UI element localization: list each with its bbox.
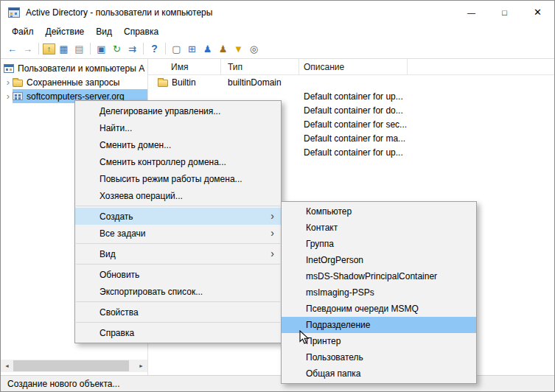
column-header-description[interactable]: Описание (299, 59, 408, 74)
menu-item-label: Сменить контроллер домена... (100, 157, 226, 167)
submenu-item-organizational-unit[interactable]: Подразделение (282, 317, 476, 333)
submenu-item-label: msImaging-PSPs (306, 287, 374, 298)
tree-item-saved-queries[interactable]: › Сохраненные запросы (1, 75, 147, 89)
tree-item-root[interactable]: Пользователи и компьютеры A (1, 61, 147, 75)
list-cell-description: Default container for do... (299, 105, 408, 116)
submenu-arrow-icon: › (270, 210, 274, 222)
window-title: Active Directory - пользователи и компью… (26, 7, 212, 18)
minimize-button[interactable]: — (455, 1, 488, 24)
refresh-icon[interactable]: ↻ (110, 42, 124, 56)
menu-help[interactable]: Справка (118, 25, 164, 38)
menu-item-label: Вид (100, 249, 116, 259)
menu-file[interactable]: Файл (6, 25, 40, 38)
menu-view[interactable]: Вид (90, 25, 118, 38)
submenu-item-group[interactable]: Группа (282, 236, 476, 252)
menu-item-label: Все задачи (100, 228, 146, 239)
list-row-builtin[interactable]: Builtin builtinDomain (148, 75, 554, 89)
menu-bar: Файл Действие Вид Справка (1, 24, 554, 39)
show-console-tree-icon[interactable]: ▦ (57, 42, 71, 56)
chevron-right-icon[interactable]: › (4, 91, 13, 102)
menu-item-find[interactable]: Найти... (75, 119, 281, 136)
submenu-item-computer[interactable]: Компьютер (282, 203, 476, 220)
menu-item-export-list[interactable]: Экспортировать список... (75, 283, 281, 300)
paste-icon[interactable]: ▤ (72, 42, 86, 56)
add-computer-icon[interactable]: ⊞ (185, 42, 199, 56)
column-header-type[interactable]: Тип (221, 59, 299, 74)
submenu-item-msimaging-psps[interactable]: msImaging-PSPs (282, 284, 476, 301)
column-header-filler (408, 59, 554, 74)
console-icon (4, 64, 14, 73)
app-icon (8, 7, 20, 18)
menu-separator (76, 322, 280, 323)
column-header-name[interactable]: Имя (148, 59, 221, 74)
horizontal-scrollbar[interactable]: ◄ ► (1, 360, 147, 372)
scroll-left-icon[interactable]: ◄ (1, 360, 13, 372)
list-cell-description: Default container for up... (299, 147, 408, 158)
status-text: Создание нового объекта... (7, 379, 120, 389)
menu-item-label: Экспортировать список... (100, 287, 203, 297)
list-cell-type: builtinDomain (221, 77, 299, 88)
mouse-cursor (299, 330, 310, 345)
submenu-item-printer[interactable]: Принтер (282, 333, 476, 349)
title-bar: Active Directory - пользователи и компью… (1, 1, 554, 24)
menu-separator (76, 264, 280, 265)
menu-item-delegate-control[interactable]: Делегирование управления... (75, 102, 281, 119)
up-level-icon[interactable]: ↑ (43, 43, 55, 55)
find-icon[interactable]: ◎ (247, 42, 261, 56)
menu-action[interactable]: Действие (40, 25, 91, 38)
close-button[interactable]: ✕ (521, 1, 554, 24)
menu-item-operations-masters[interactable]: Хозяева операций... (75, 187, 281, 204)
add-user-icon[interactable]: ♟ (200, 42, 214, 56)
menu-item-label: Делегирование управления... (100, 106, 220, 116)
context-menu: Делегирование управления... Найти... Сме… (74, 100, 282, 343)
export-list-icon[interactable]: ⇉ (125, 42, 139, 56)
menu-item-raise-domain-level[interactable]: Повысить режим работы домена... (75, 170, 281, 187)
submenu-item-msds-shadowprincipalcontainer[interactable]: msDS-ShadowPrincipalContainer (282, 268, 476, 284)
submenu-item-shared-folder[interactable]: Общая папка (282, 365, 476, 382)
new-window-icon[interactable]: ▢ (170, 42, 184, 56)
properties-window-icon[interactable]: ▣ (94, 42, 108, 56)
back-icon[interactable]: ← (5, 42, 19, 56)
menu-item-label: Сменить домен... (100, 140, 171, 150)
submenu-item-label: Принтер (306, 336, 341, 346)
forward-icon[interactable]: → (21, 42, 35, 56)
submenu-item-label: Псевдоним очереди MSMQ (306, 304, 419, 314)
filter-icon[interactable]: ▼ (231, 42, 245, 56)
submenu-arrow-icon: › (270, 227, 274, 239)
list-cell-description: Default container for ma... (299, 133, 408, 144)
submenu-item-label: Пользователь (306, 352, 363, 363)
submenu-item-user[interactable]: Пользователь (282, 349, 476, 365)
submenu-item-label: msDS-ShadowPrincipalContainer (306, 271, 437, 281)
domain-icon (13, 92, 23, 100)
add-group-icon[interactable]: ♟ (216, 42, 230, 56)
toolbar-separator (143, 43, 144, 55)
help-icon[interactable]: ? (147, 42, 161, 56)
chevron-right-icon[interactable]: › (4, 77, 13, 88)
menu-item-change-domain[interactable]: Сменить домен... (75, 136, 281, 153)
menu-item-all-tasks[interactable]: Все задачи › (75, 225, 281, 242)
menu-item-new[interactable]: Создать › (75, 208, 281, 225)
submenu-item-msmq-queue-alias[interactable]: Псевдоним очереди MSMQ (282, 301, 476, 317)
scrollbar-thumb[interactable] (13, 360, 129, 371)
scroll-right-icon[interactable]: ► (135, 360, 147, 372)
menu-item-help[interactable]: Справка (75, 324, 281, 341)
menu-item-change-domain-controller[interactable]: Сменить контроллер домена... (75, 153, 281, 170)
maximize-button[interactable]: □ (488, 1, 521, 24)
menu-item-label: Свойства (100, 307, 139, 318)
column-headers: Имя Тип Описание (148, 59, 554, 75)
menu-separator (76, 206, 280, 206)
menu-item-label: Создать (100, 211, 133, 222)
menu-item-refresh[interactable]: Обновить (75, 266, 281, 283)
menu-item-properties[interactable]: Свойства (75, 304, 281, 321)
menu-item-label: Повысить режим работы домена... (100, 174, 242, 184)
toolbar-separator (165, 43, 166, 55)
submenu-item-label: Общая папка (306, 368, 360, 379)
menu-item-label: Найти... (100, 123, 132, 133)
submenu-item-contact[interactable]: Контакт (282, 220, 476, 236)
menu-separator (76, 243, 280, 244)
submenu-arrow-icon: › (270, 248, 274, 259)
menu-item-view[interactable]: Вид › (75, 245, 281, 262)
folder-icon (13, 80, 23, 87)
menu-separator (76, 301, 280, 302)
submenu-item-inetorgperson[interactable]: InetOrgPerson (282, 252, 476, 268)
